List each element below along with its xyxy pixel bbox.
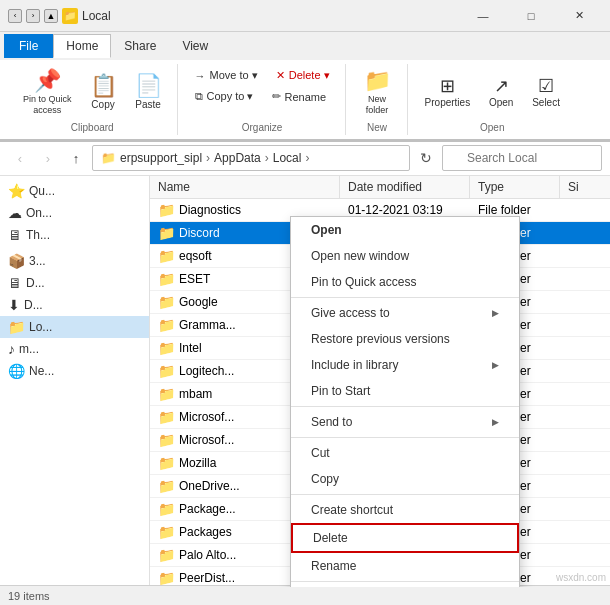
nav-item-music[interactable]: ♪ m... <box>0 338 149 360</box>
tab-view[interactable]: View <box>169 34 221 58</box>
3d-label: 3... <box>29 254 46 268</box>
organize-buttons: → Move to ▾ ✕ Delete ▾ ⧉ Copy to ▾ ✏ <box>188 66 337 106</box>
back-btn[interactable]: ‹ <box>8 146 32 170</box>
thispc-label: Th... <box>26 228 50 242</box>
copy-btn[interactable]: 📋 Copy <box>83 71 124 114</box>
path-icon: 📁 <box>101 151 116 165</box>
delete-ribbon-label: Delete ▾ <box>289 69 330 82</box>
tb-forward-btn[interactable]: › <box>26 9 40 23</box>
ctx-pin-quick[interactable]: Pin to Quick access <box>291 269 519 295</box>
minimize-btn[interactable]: — <box>460 0 506 32</box>
address-path[interactable]: 📁 erpsupport_sipl › AppData › Local › <box>92 145 410 171</box>
ctx-open[interactable]: Open <box>291 217 519 243</box>
refresh-btn[interactable]: ↻ <box>414 146 438 170</box>
folder-icon: 📁 <box>158 294 175 310</box>
network-icon: 🌐 <box>8 363 25 379</box>
ctx-send-to[interactable]: Send to <box>291 409 519 435</box>
downloads-icon: ⬇ <box>8 297 20 313</box>
file-size <box>560 552 610 558</box>
nav-item-desktop[interactable]: 🖥 D... <box>0 272 149 294</box>
nav-item-thispc[interactable]: 🖥 Th... <box>0 224 149 246</box>
tab-file[interactable]: File <box>4 34 53 58</box>
nav-item-3d[interactable]: 📦 3... <box>0 250 149 272</box>
close-btn[interactable]: ✕ <box>556 0 602 32</box>
select-btn[interactable]: ☑ Select <box>525 73 567 112</box>
rename-label: Rename <box>285 91 327 103</box>
col-type[interactable]: Type <box>470 176 560 198</box>
rename-btn[interactable]: ✏ Rename <box>265 87 334 106</box>
folder-icon: 📁 <box>158 570 175 586</box>
ctx-restore[interactable]: Restore previous versions <box>291 326 519 352</box>
status-bar: 19 items <box>0 585 610 605</box>
new-folder-icon: 📁 <box>364 70 391 92</box>
file-size <box>560 253 610 259</box>
copy-to-btn[interactable]: ⧉ Copy to ▾ <box>188 87 261 106</box>
ctx-include-library[interactable]: Include in library <box>291 352 519 378</box>
pin-icon: 📌 <box>34 70 61 92</box>
nav-item-local[interactable]: 📁 Lo... <box>0 316 149 338</box>
open-ribbon-btn[interactable]: ↗ Open <box>481 73 521 112</box>
col-size[interactable]: Si <box>560 176 610 198</box>
delete-x-icon: ✕ <box>276 69 285 82</box>
select-icon: ☑ <box>538 77 554 95</box>
move-to-btn[interactable]: → Move to ▾ <box>188 66 265 85</box>
nav-item-downloads[interactable]: ⬇ D... <box>0 294 149 316</box>
folder-icon: 📁 <box>158 363 175 379</box>
col-date[interactable]: Date modified <box>340 176 470 198</box>
up-btn[interactable]: ↑ <box>64 146 88 170</box>
ctx-give-access[interactable]: Give access to <box>291 300 519 326</box>
ctx-rename[interactable]: Rename <box>291 553 519 579</box>
pin-quick-access-btn[interactable]: 📌 Pin to Quickaccess <box>16 66 79 120</box>
clipboard-label: Clipboard <box>71 120 114 133</box>
paste-btn[interactable]: 📄 Paste <box>128 71 169 114</box>
delete-ribbon-btn[interactable]: ✕ Delete ▾ <box>269 66 337 85</box>
nav-item-quick[interactable]: ⭐ Qu... <box>0 180 149 202</box>
path-segment-local[interactable]: Local <box>273 151 302 165</box>
folder-icon: 📁 <box>158 248 175 264</box>
ctx-properties[interactable]: Properties <box>291 584 519 587</box>
new-label: New <box>367 120 387 133</box>
new-folder-btn[interactable]: 📁 Newfolder <box>357 66 398 120</box>
ribbon-tabs: File Home Share View <box>0 32 610 60</box>
tb-back-btn[interactable]: ‹ <box>8 9 22 23</box>
copy-to-icon: ⧉ <box>195 90 203 103</box>
tb-up-btn[interactable]: ▲ <box>44 9 58 23</box>
ctx-pin-start[interactable]: Pin to Start <box>291 378 519 404</box>
path-sep-1: › <box>206 151 210 165</box>
folder-icon: 📁 <box>158 547 175 563</box>
move-to-label: Move to ▾ <box>210 69 258 82</box>
tab-share[interactable]: Share <box>111 34 169 58</box>
maximize-btn[interactable]: □ <box>508 0 554 32</box>
forward-btn[interactable]: › <box>36 146 60 170</box>
rename-icon: ✏ <box>272 90 281 103</box>
path-segment-appdata[interactable]: AppData <box>214 151 261 165</box>
clipboard-buttons: 📌 Pin to Quickaccess 📋 Copy 📄 Paste <box>16 66 169 120</box>
ctx-open-new-window[interactable]: Open new window <box>291 243 519 269</box>
file-size <box>560 391 610 397</box>
paste-label: Paste <box>135 99 161 110</box>
nav-item-onedrive[interactable]: ☁ On... <box>0 202 149 224</box>
properties-btn[interactable]: ⊞ Properties <box>418 73 478 112</box>
search-input[interactable] <box>442 145 602 171</box>
open-group-label: Open <box>480 120 504 133</box>
downloads-label: D... <box>24 298 43 312</box>
folder-icon: 📁 <box>158 202 175 218</box>
ctx-divider-3 <box>291 437 519 438</box>
ctx-divider-1 <box>291 297 519 298</box>
path-segment-erp[interactable]: erpsupport_sipl <box>120 151 202 165</box>
nav-item-network[interactable]: 🌐 Ne... <box>0 360 149 382</box>
context-menu: Open Open new window Pin to Quick access… <box>290 216 520 587</box>
ctx-delete[interactable]: Delete <box>291 523 519 553</box>
desktop-icon: 🖥 <box>8 275 22 291</box>
ctx-create-shortcut[interactable]: Create shortcut <box>291 497 519 523</box>
ribbon: File Home Share View 📌 Pin to Quickacces… <box>0 32 610 142</box>
tab-home[interactable]: Home <box>53 34 111 58</box>
ctx-copy[interactable]: Copy <box>291 466 519 492</box>
title-bar: ‹ › ▲ 📁 Local — □ ✕ <box>0 0 610 32</box>
paste-icon: 📄 <box>135 75 162 97</box>
col-name[interactable]: Name <box>150 176 340 198</box>
open-group: ⊞ Properties ↗ Open ☑ Select Open <box>410 64 575 135</box>
folder-icon: 📁 <box>158 225 175 241</box>
ctx-cut[interactable]: Cut <box>291 440 519 466</box>
file-list-area: Name Date modified Type Si 📁Diagnostics … <box>150 176 610 587</box>
